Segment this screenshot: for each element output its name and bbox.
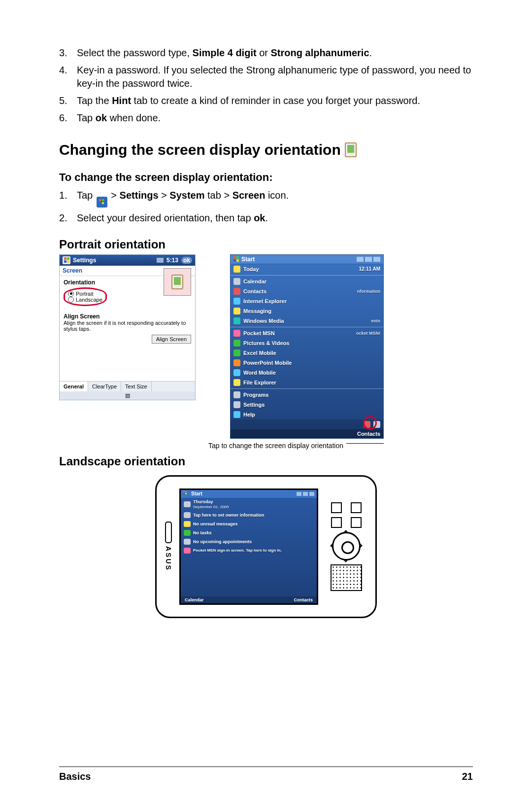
step-3-end: . bbox=[369, 47, 372, 58]
ds-date-text: September 01, 2005 bbox=[193, 505, 229, 509]
hw-button-4 bbox=[351, 517, 362, 528]
sip-bar[interactable]: ▧ bbox=[60, 391, 195, 400]
radio-portrait[interactable]: Portrait bbox=[68, 291, 102, 297]
volume-icon bbox=[303, 492, 308, 496]
portrait-heading: Portrait orientation bbox=[59, 238, 473, 251]
callout-leader-line bbox=[346, 443, 384, 444]
step-3: 3. Select the password type, Simple 4 di… bbox=[59, 46, 473, 60]
orientation-highlight: Portrait Landscape bbox=[64, 287, 107, 306]
windows-flag-icon bbox=[183, 491, 189, 497]
menu-calendar[interactable]: Calendar bbox=[231, 277, 383, 286]
side-button-icon bbox=[165, 522, 172, 543]
menu-contacts[interactable]: Contactsnformation bbox=[231, 286, 383, 296]
ds-title: Start bbox=[191, 491, 202, 496]
side-label-2: ocket MSN! bbox=[356, 331, 380, 336]
step-6-bold: ok bbox=[96, 112, 107, 123]
portrait-screenshot: Settings 5:13 ok Screen Orientation Port… bbox=[59, 254, 196, 400]
menu-help[interactable]: Help bbox=[231, 410, 383, 419]
menu-msn[interactable]: Pocket MSNocket MSN! bbox=[231, 328, 383, 338]
orient-step-1-b2: System bbox=[169, 190, 207, 201]
landscape-heading: Landscape orientation bbox=[59, 454, 473, 468]
menu-ppt[interactable]: PowerPoint Mobile bbox=[231, 358, 383, 368]
menu-ie[interactable]: Internet Explorer bbox=[231, 296, 383, 306]
step-6: 6. Tap ok when done. bbox=[59, 111, 473, 125]
orient-step-1-b1: Settings bbox=[120, 190, 161, 201]
wm-clock: 5:13 bbox=[166, 257, 178, 264]
step-6-body: Tap ok when done. bbox=[77, 111, 473, 125]
heading-orientation-text: Changing the screen display orientation bbox=[59, 141, 341, 158]
footer-section: Basics bbox=[59, 771, 91, 782]
tab-general[interactable]: General bbox=[60, 382, 88, 391]
orient-step-1-plain: tab bbox=[207, 190, 224, 201]
step-5-text-a: Tap the bbox=[77, 95, 112, 106]
asus-logo: ASUS bbox=[165, 546, 172, 571]
dpad bbox=[332, 532, 361, 560]
calendar-icon bbox=[184, 539, 191, 545]
menu-excel[interactable]: Excel Mobile bbox=[231, 348, 383, 358]
orient-step-1-gt1: > bbox=[161, 190, 169, 201]
wm-title-text: Settings bbox=[73, 257, 96, 264]
tabs-bar: General ClearType Text Size bbox=[60, 381, 195, 391]
menu-programs-label: Programs bbox=[243, 392, 268, 398]
status-icon bbox=[297, 492, 301, 496]
align-screen-button[interactable]: Align Screen bbox=[152, 335, 191, 344]
ds-messages[interactable]: No unread messages bbox=[181, 520, 317, 528]
menu-settings[interactable]: Settings bbox=[231, 400, 383, 410]
orient-step-1-body: Tap > Settings > System tab > Screen ico… bbox=[77, 189, 473, 208]
start-titlebar: Start bbox=[231, 255, 383, 264]
contacts-icon bbox=[233, 288, 240, 295]
menu-file-explorer[interactable]: File Explorer bbox=[231, 378, 383, 387]
side-label-0: nformation bbox=[357, 289, 380, 294]
phone-rotate-icon bbox=[345, 142, 357, 157]
ds-appts-text: No upcoming appointments bbox=[193, 539, 252, 544]
step-3-mid: or bbox=[257, 47, 271, 58]
ds-tasks[interactable]: No tasks bbox=[181, 528, 317, 537]
powerpoint-icon bbox=[233, 359, 240, 366]
menu-wmp[interactable]: Windows Mediaents bbox=[231, 316, 383, 326]
tab-textsize[interactable]: Text Size bbox=[121, 382, 152, 391]
rotate-icon-highlight bbox=[363, 416, 377, 430]
menu-messaging[interactable]: Messaging bbox=[231, 306, 383, 316]
ds-softkey-left[interactable]: Calendar bbox=[185, 597, 204, 602]
messaging-icon bbox=[233, 308, 240, 314]
start-softkey-bar bbox=[231, 419, 383, 429]
menu-word[interactable]: Word Mobile bbox=[231, 368, 383, 378]
step-3-body: Select the password type, Simple 4 digit… bbox=[77, 46, 473, 60]
softkey-contacts[interactable]: Contacts bbox=[357, 431, 380, 437]
menu-today-label: Today bbox=[243, 266, 259, 272]
start-menu-screenshot: Start Today12:11 AM Calendar Contactsnfo… bbox=[230, 254, 384, 439]
wm-ok-button[interactable]: ok bbox=[181, 257, 192, 264]
menu-today[interactable]: Today12:11 AM bbox=[231, 264, 383, 274]
orient-step-2-a: Select your desired orientation, then ta… bbox=[77, 212, 254, 223]
orient-step-2-b: ok bbox=[254, 212, 265, 223]
wmp-icon bbox=[233, 317, 240, 324]
callout-text: Tap to change the screen display orienta… bbox=[208, 442, 343, 450]
file-explorer-icon bbox=[233, 379, 240, 386]
menu-ppt-label: PowerPoint Mobile bbox=[243, 360, 292, 366]
device-screen: Start ThursdaySeptember 01, 2005 Tap her… bbox=[179, 488, 318, 605]
step-4-number: 4. bbox=[59, 64, 77, 90]
menu-programs[interactable]: Programs bbox=[231, 390, 383, 400]
step-5-text-b: tab to create a kind of reminder in case… bbox=[131, 95, 420, 106]
ds-msn[interactable]: Pocket MSN sign-in screen. Tap here to s… bbox=[181, 546, 317, 555]
page-footer: Basics 21 bbox=[59, 767, 473, 782]
tab-cleartype[interactable]: ClearType bbox=[88, 382, 121, 391]
word-icon bbox=[233, 369, 240, 376]
wm-body: Orientation Portrait Landscape Align Scr… bbox=[60, 276, 195, 381]
phone-icon bbox=[171, 275, 183, 289]
calendar-icon bbox=[233, 278, 240, 285]
orient-step-2: 2. Select your desired orientation, then… bbox=[59, 211, 473, 225]
device-illustration: ASUS Start ThursdaySeptember 01, 2005 Ta… bbox=[155, 475, 377, 618]
windows-flag-icon bbox=[63, 256, 70, 264]
orient-step-2-number: 2. bbox=[59, 211, 77, 225]
start-softkeys: Contacts bbox=[231, 429, 383, 438]
menu-pictures[interactable]: Pictures & Videos bbox=[231, 338, 383, 348]
ds-appts[interactable]: No upcoming appointments bbox=[181, 537, 317, 546]
device-left-strip: ASUS bbox=[164, 522, 173, 571]
ds-softkey-right[interactable]: Contacts bbox=[294, 597, 313, 602]
ds-tasks-text: No tasks bbox=[193, 530, 212, 535]
hw-button-1 bbox=[331, 502, 342, 513]
orient-step-2-end: . bbox=[265, 212, 268, 223]
radio-landscape[interactable]: Landscape bbox=[68, 297, 102, 303]
ds-owner[interactable]: Tap here to set owner information bbox=[181, 511, 317, 520]
